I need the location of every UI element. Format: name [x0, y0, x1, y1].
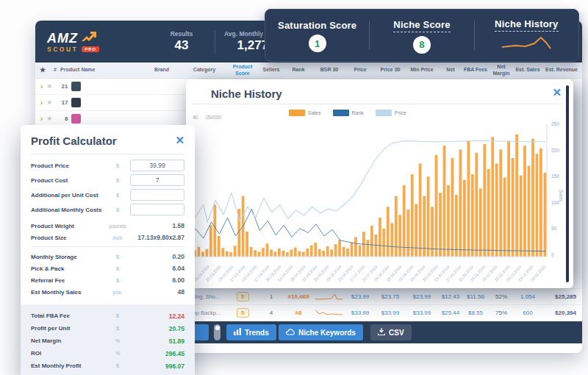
favorite-star-icon[interactable]: ★: [46, 99, 52, 106]
column-header-brand: Brand: [141, 67, 182, 73]
profit-calculator-modal: Profit Calculator ✕ Product Price$Produc…: [21, 125, 195, 375]
row-number: 17: [56, 99, 68, 106]
product-thumbnail: [71, 98, 81, 107]
saturation-score-label: Saturation Score: [278, 20, 356, 31]
niche-history-label[interactable]: Niche History: [495, 18, 558, 32]
calc-unit: $: [105, 363, 130, 368]
calc-value: 20.75: [130, 325, 184, 332]
legend-label: Rank: [352, 110, 364, 115]
cell-rank: #8: [284, 310, 313, 316]
toggle-pill[interactable]: [214, 324, 220, 340]
calc-input-additional-monthly-costs[interactable]: [130, 204, 184, 215]
favorite-star-icon[interactable]: ★: [46, 83, 52, 90]
trends-button[interactable]: Trends: [226, 324, 276, 340]
calc-label: Pick & Pack: [31, 265, 105, 272]
calc-value: 296.45: [130, 350, 184, 357]
close-icon[interactable]: ✕: [552, 86, 562, 99]
legend-swatch: [376, 110, 392, 116]
cell-est-sales: 1,054: [514, 293, 541, 300]
chart-x-axis-labels: 06.01.201920.01.201903.02.201917.02.2019…: [193, 258, 548, 285]
close-icon[interactable]: ✕: [175, 134, 184, 147]
calc-row-total-fba-fee: Total FBA Fee$12.24: [31, 310, 184, 322]
calc-label: Product Weight: [31, 223, 105, 229]
modal-scrollbar[interactable]: [566, 85, 569, 282]
product-thumbnail: [71, 82, 81, 91]
row-number: 21: [56, 83, 68, 90]
expand-chevron-icon[interactable]: ›: [40, 115, 43, 123]
calc-unit: $: [105, 178, 130, 183]
niche-keywords-button[interactable]: Niche Keywords: [279, 324, 363, 340]
calc-label: Net Margin: [31, 338, 105, 344]
calc-value: 51.89: [130, 338, 184, 345]
csv-button[interactable]: CSV: [370, 324, 412, 340]
calc-row-product-weight: Product Weightpounds1.58: [31, 220, 184, 232]
calc-row-referral-fee: Referral Fee$6.00: [31, 274, 184, 286]
legend-swatch: [333, 110, 349, 116]
amzscout-logo: AMZ SCOUT PRO: [47, 31, 157, 53]
cell-est-sales: 600: [514, 310, 541, 316]
column-header-product-score: Product Score: [226, 64, 259, 76]
bsr-sparkline: [315, 308, 344, 317]
column-header-net: Net: [438, 67, 463, 73]
cell-net: $12.43: [438, 293, 463, 300]
profit-calculator-title: Profit Calculator: [31, 135, 117, 147]
cell-bsr30-sparkline: [313, 308, 345, 318]
calc-label: Est Monthly Sales: [31, 289, 105, 296]
logo-text-amz: AMZ: [47, 31, 78, 46]
calc-label: Additional Monthly Costs: [31, 207, 105, 213]
expand-chevron-icon[interactable]: ›: [40, 83, 43, 90]
legend-swatch: [289, 110, 305, 116]
column-header-rank: Rank: [284, 67, 313, 73]
calc-value: 996.07: [130, 362, 184, 370]
calc-unit: pounds: [105, 224, 130, 229]
cell-net-margin: 75%: [488, 310, 514, 316]
cell-est-revenue: $25,285: [541, 293, 582, 300]
calc-unit: $: [105, 254, 130, 260]
row-number: 8: [56, 115, 68, 122]
calculator-results-section: Total FBA Fee$12.24Profit per Unit$20.75…: [21, 304, 195, 375]
cell-est-revenue: $20,394: [541, 310, 582, 316]
table-row[interactable]: ›★17: [35, 95, 191, 111]
legend-label: Price: [395, 110, 406, 115]
calc-input-product-cost[interactable]: [130, 174, 184, 186]
expand-chevron-icon[interactable]: ›: [40, 99, 43, 107]
calc-unit: $: [105, 278, 130, 283]
column-header-est-revenue: Est. Revenue: [541, 67, 582, 73]
calc-input-additional-per-unit-cost[interactable]: [130, 189, 184, 201]
niche-score-value: 8: [413, 36, 431, 54]
niche-history-section: Niche History: [475, 17, 578, 54]
calc-label: Total FBA Fee: [31, 312, 105, 319]
right-axis-tick: 50: [551, 226, 556, 231]
calc-row-monthly-storage: Monthly Storage$0.20: [31, 251, 184, 262]
calc-label: Est Monthly Profit: [31, 362, 105, 369]
cell-bsr30-sparkline: [313, 292, 345, 302]
cell-min-price: $33.99: [406, 310, 438, 316]
cell-rank: #10,469: [284, 293, 313, 300]
calc-unit: $: [105, 193, 130, 198]
results-value: 43: [157, 38, 206, 53]
calc-input-product-price[interactable]: [130, 160, 184, 171]
legend-item-price: Price: [376, 110, 406, 116]
column-header--[interactable]: ★: [35, 66, 50, 74]
column-header-product-name: Product Name: [60, 67, 141, 73]
favorite-star-icon[interactable]: ★: [46, 115, 52, 122]
calc-value: 6.04: [130, 265, 184, 272]
calc-label: Additional per Unit Cost: [31, 192, 105, 199]
cell-price: $33.99: [345, 310, 375, 316]
cell-sellers: 4: [259, 310, 284, 316]
bar-chart-icon: [234, 328, 241, 337]
niche-score-label[interactable]: Niche Score: [393, 19, 450, 32]
table-row[interactable]: ›★21: [35, 79, 191, 95]
calc-row-product-price: Product Price$: [31, 158, 184, 173]
calc-row-roi: ROI%296.45: [31, 347, 184, 360]
download-icon: [378, 328, 385, 337]
calc-value: 0.20: [130, 253, 184, 260]
table-left-rows: ›★21›★17›★8: [35, 79, 191, 127]
results-stat: Results 43: [157, 30, 206, 53]
calc-label: Product Price: [31, 162, 105, 169]
legend-label: Sales: [308, 110, 321, 115]
csv-label: CSV: [389, 329, 404, 337]
column-header-price-30: Price 30: [375, 67, 406, 73]
cell-product-score: 5: [226, 308, 259, 318]
calc-unit: $: [105, 313, 130, 318]
